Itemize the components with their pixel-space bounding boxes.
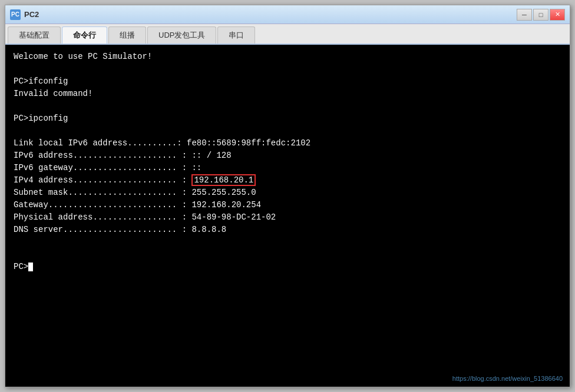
window-title: PC2 [24, 10, 517, 19]
maximize-button[interactable]: □ [533, 9, 548, 21]
tab-command-line[interactable]: 命令行 [62, 26, 107, 44]
titlebar-buttons: ─ □ ✕ [517, 9, 565, 21]
terminal-line-prompt: PC> [14, 261, 561, 273]
tab-basic-config[interactable]: 基础配置 [8, 26, 61, 44]
terminal-area[interactable]: Welcome to use PC Simulator! PC>ifconfig… [5, 45, 570, 387]
terminal-blank-4 [14, 236, 561, 248]
tab-multicast[interactable]: 组播 [108, 26, 146, 44]
terminal-blank-1 [14, 63, 561, 75]
terminal-line-subnet: Subnet mask...................... : 255.… [14, 187, 561, 199]
terminal-line-welcome: Welcome to use PC Simulator! [14, 51, 561, 63]
terminal-line-ipv6-addr: IPv6 address..................... : :: /… [14, 150, 561, 162]
tab-bar: 基础配置 命令行 组播 UDP发包工具 串口 [5, 24, 570, 45]
main-window: PC PC2 ─ □ ✕ 基础配置 命令行 组播 UDP发包工具 串口 Welc… [5, 5, 570, 387]
tab-udp-tool[interactable]: UDP发包工具 [147, 26, 216, 44]
watermark: https://blog.csdn.net/weixin_51386640 [452, 375, 563, 382]
terminal-blank-5 [14, 248, 561, 261]
terminal-line-gateway: Gateway.......................... : 192.… [14, 199, 561, 211]
terminal-cursor [28, 263, 33, 271]
terminal-line-ipv4-addr: IPv4 address..................... : 192.… [14, 174, 561, 187]
terminal-blank-3 [14, 125, 561, 137]
terminal-line-physical: Physical address................. : 54-8… [14, 211, 561, 224]
terminal-line-ifconfig-cmd: PC>ifconfig [14, 75, 561, 88]
terminal-line-dns: DNS server....................... : 8.8.… [14, 224, 561, 236]
minimize-button[interactable]: ─ [517, 9, 532, 21]
terminal-blank-2 [14, 100, 561, 112]
terminal-line-ipconfig-cmd: PC>ipconfig [14, 112, 561, 125]
tab-serial[interactable]: 串口 [217, 26, 255, 44]
terminal-line-invalid: Invalid command! [14, 88, 561, 100]
terminal-line-ipv6-gw: IPv6 gateway..................... : :: [14, 162, 561, 174]
terminal-line-ipv6-local: Link local IPv6 address..........: fe80:… [14, 137, 561, 150]
titlebar: PC PC2 ─ □ ✕ [5, 5, 570, 24]
window-icon: PC [10, 9, 21, 20]
close-button[interactable]: ✕ [550, 9, 565, 21]
ipv4-address-highlight: 192.168.20.1 [191, 174, 256, 186]
